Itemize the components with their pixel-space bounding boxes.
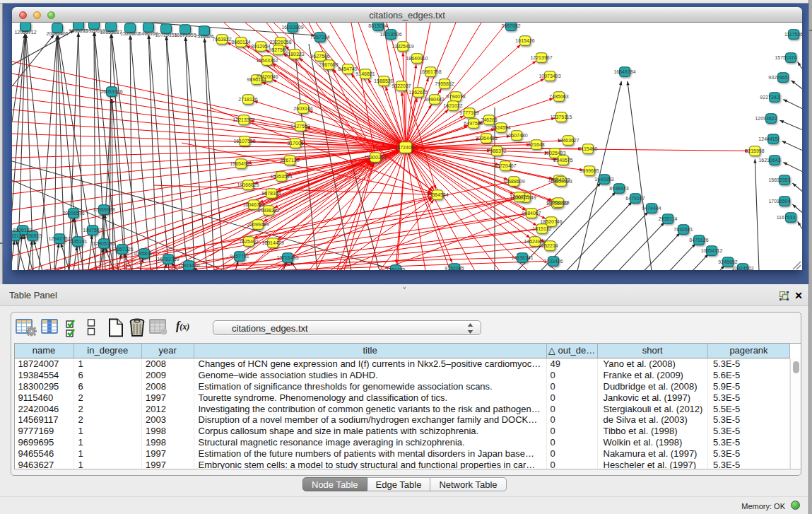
svg-text:8990443: 8990443 — [425, 97, 444, 102]
svg-text:10958117: 10958117 — [134, 251, 155, 256]
svg-text:16210643: 16210643 — [758, 158, 780, 163]
svg-text:9329965: 9329965 — [768, 75, 787, 80]
svg-text:16648784: 16648784 — [613, 69, 635, 74]
svg-text:6479197: 6479197 — [625, 196, 645, 201]
svg-text:1527602: 1527602 — [120, 31, 139, 36]
svg-text:10654112: 10654112 — [701, 248, 723, 253]
svg-text:19463627: 19463627 — [557, 138, 579, 143]
svg-text:7663822: 7663822 — [212, 37, 231, 42]
svg-text:19654923: 19654923 — [550, 179, 572, 184]
svg-text:3215958: 3215958 — [745, 148, 764, 153]
svg-text:7357224: 7357224 — [310, 35, 329, 40]
svg-text:10607480: 10607480 — [505, 133, 527, 138]
svg-text:14938222: 14938222 — [257, 208, 279, 213]
svg-text:9474444: 9474444 — [642, 206, 661, 211]
svg-text:12905135: 12905135 — [93, 241, 114, 246]
svg-text:15720407: 15720407 — [494, 163, 516, 168]
svg-text:12923446: 12923446 — [177, 263, 199, 268]
svg-text:7986372: 7986372 — [487, 148, 506, 153]
svg-text:18724007: 18724007 — [394, 145, 416, 150]
svg-text:9794078: 9794078 — [446, 94, 465, 99]
svg-text:8427552: 8427552 — [290, 124, 310, 129]
svg-text:26053346: 26053346 — [100, 89, 122, 94]
svg-text:746266: 746266 — [481, 117, 497, 122]
svg-text:9115460: 9115460 — [579, 146, 598, 151]
svg-text:20099489: 20099489 — [247, 222, 269, 227]
svg-text:10025433: 10025433 — [543, 151, 565, 156]
svg-text:1815132: 1815132 — [532, 226, 551, 231]
svg-text:9896134: 9896134 — [247, 77, 266, 82]
svg-text:2867608: 2867608 — [319, 62, 338, 67]
svg-text:1117536: 1117536 — [784, 32, 802, 37]
svg-text:7485063: 7485063 — [549, 94, 568, 99]
svg-text:16914479: 16914479 — [261, 240, 283, 245]
svg-text:621648: 621648 — [528, 142, 544, 147]
svg-text:10924502: 10924502 — [731, 266, 753, 271]
svg-text:10653287: 10653287 — [100, 30, 122, 35]
svg-text:18640910: 18640910 — [406, 56, 428, 61]
svg-text:9627506: 9627506 — [310, 54, 329, 59]
svg-text:23226058: 23226058 — [269, 40, 291, 45]
svg-text:12213967: 12213967 — [530, 55, 552, 60]
svg-text:8878334: 8878334 — [261, 191, 281, 196]
svg-text:8912954: 8912954 — [251, 44, 270, 49]
svg-text:12375115: 12375115 — [551, 115, 572, 119]
svg-text:8660124: 8660124 — [231, 40, 250, 45]
svg-text:8506123: 8506123 — [13, 228, 32, 233]
svg-text:1097567: 1097567 — [83, 228, 102, 233]
svg-text:2935114: 2935114 — [659, 216, 678, 221]
svg-text:8454749: 8454749 — [338, 66, 357, 71]
svg-text:2603144: 2603144 — [293, 106, 312, 111]
svg-text:2087682: 2087682 — [501, 23, 520, 28]
svg-text:16033809: 16033809 — [281, 25, 303, 30]
svg-text:1733426: 1733426 — [543, 259, 563, 264]
svg-text:16543362: 16543362 — [256, 58, 278, 63]
svg-text:1156819: 1156819 — [23, 233, 42, 238]
svg-text:14136141: 14136141 — [511, 255, 533, 260]
svg-text:20756928: 20756928 — [547, 200, 569, 205]
svg-text:16107553: 16107553 — [233, 139, 255, 144]
svg-text:9322037: 9322037 — [392, 83, 411, 88]
svg-text:1244415: 1244415 — [758, 136, 777, 141]
svg-text:19218506: 19218506 — [379, 32, 401, 37]
svg-text:20206576: 20206576 — [62, 211, 84, 216]
svg-text:8471626: 8471626 — [689, 238, 708, 243]
svg-text:15751074: 15751074 — [775, 55, 796, 60]
svg-text:12213369: 12213369 — [233, 117, 254, 122]
svg-text:1621022: 1621022 — [443, 103, 462, 108]
svg-text:17359928: 17359928 — [93, 207, 114, 212]
svg-text:9227342: 9227342 — [760, 95, 779, 100]
svg-text:19654983: 19654983 — [230, 161, 252, 166]
svg-text:7632621: 7632621 — [673, 227, 693, 232]
svg-text:12093822: 12093822 — [755, 116, 777, 121]
svg-text:17957225: 17957225 — [111, 247, 133, 252]
svg-text:9146821: 9146821 — [355, 71, 375, 76]
svg-text:9684067: 9684067 — [522, 211, 541, 216]
svg-text:7515526: 7515526 — [194, 34, 213, 39]
svg-text:19384554: 19384554 — [426, 192, 448, 197]
svg-text:15692951: 15692951 — [768, 177, 790, 182]
svg-text:9245652: 9245652 — [718, 259, 737, 264]
svg-text:9457791: 9457791 — [230, 254, 249, 259]
svg-text:2349575: 2349575 — [553, 158, 572, 163]
svg-text:10688609: 10688609 — [502, 179, 524, 184]
svg-text:13716465: 13716465 — [276, 255, 298, 260]
svg-text:10973493: 10973493 — [539, 74, 560, 78]
svg-text:16671355: 16671355 — [174, 33, 196, 37]
svg-text:1015426: 1015426 — [515, 38, 534, 43]
svg-text:1145191: 1145191 — [69, 239, 88, 244]
svg-text:317006: 317006 — [287, 141, 303, 146]
svg-text:8938923: 8938923 — [609, 186, 628, 191]
svg-text:20691406: 20691406 — [46, 31, 68, 36]
svg-text:15353594: 15353594 — [270, 174, 292, 179]
svg-text:3267130: 3267130 — [280, 158, 299, 163]
svg-text:16782759: 16782759 — [157, 257, 179, 262]
svg-text:1351435: 1351435 — [386, 267, 405, 271]
svg-text:252214: 252214 — [541, 243, 558, 248]
svg-text:16046788: 16046788 — [242, 202, 264, 207]
svg-text:20364436: 20364436 — [475, 136, 497, 141]
svg-text:7625402: 7625402 — [239, 239, 258, 244]
svg-text:1362615: 1362615 — [408, 90, 428, 95]
svg-text:9152045: 9152045 — [445, 266, 464, 271]
svg-text:16961758: 16961758 — [419, 69, 441, 74]
